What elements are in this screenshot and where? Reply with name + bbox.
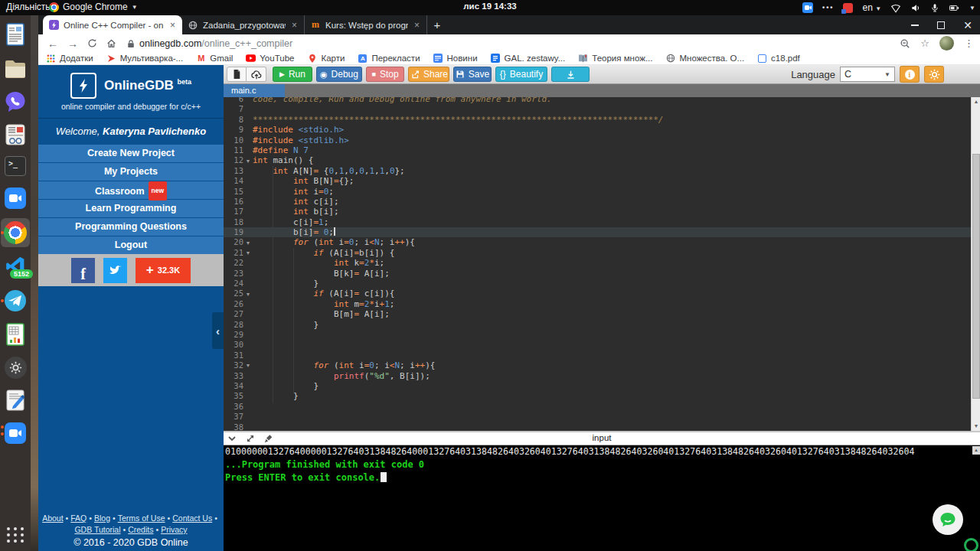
bookmark-item[interactable]: Новини	[433, 54, 478, 64]
bookmark-item[interactable]: Додатки	[46, 54, 93, 64]
bookmark-item[interactable]: YouTube	[246, 54, 294, 64]
save-button[interactable]: Save	[453, 67, 492, 82]
footer-link-terms-of-use[interactable]: Terms of Use	[118, 514, 165, 523]
close-button[interactable]: ✕	[963, 20, 972, 31]
browser-menu-icon[interactable]: ⋮	[964, 37, 974, 49]
bookmark-item[interactable]: GAL. zestawy...	[491, 54, 566, 64]
dock-zoom-icon-2[interactable]	[3, 421, 28, 445]
reload-icon[interactable]	[87, 38, 97, 48]
footer-link-credits[interactable]: Credits	[128, 525, 153, 534]
activities-button[interactable]: Діяльність	[6, 2, 51, 12]
footer-link-contact-us[interactable]: Contact Us	[172, 514, 212, 523]
profile-avatar[interactable]	[939, 36, 954, 51]
console-scroll-up-icon[interactable]: ▲	[972, 446, 980, 455]
fold-arrow-icon[interactable]: ▼	[243, 158, 253, 164]
clock[interactable]: лис 19 14:33	[463, 2, 516, 11]
tab-close-icon[interactable]: ×	[413, 20, 421, 31]
back-icon[interactable]: ←	[47, 38, 58, 49]
fold-arrow-icon[interactable]: ▼	[243, 240, 253, 246]
sidebar-item-my-projects[interactable]: My Projects	[38, 162, 224, 181]
footer-link-privacy[interactable]: Privacy	[161, 525, 187, 534]
forward-icon[interactable]: →	[67, 38, 78, 49]
microphone-icon[interactable]	[930, 3, 939, 13]
sidebar-collapse-button[interactable]: ‹	[212, 312, 224, 349]
language-select[interactable]: C▼	[840, 67, 895, 82]
twitter-button[interactable]	[103, 258, 127, 283]
bookmark-item[interactable]: Множества. О...	[665, 54, 744, 64]
beautify-button[interactable]: {}Beautify	[495, 67, 547, 82]
scrollbar-thumb[interactable]	[972, 154, 980, 399]
debug-button[interactable]: ◉Debug	[316, 67, 362, 82]
sidebar-item-logout[interactable]: Logout	[38, 236, 224, 254]
chevron-down-icon[interactable]: ▼	[969, 5, 975, 11]
more-apps-icon[interactable]: •••	[822, 4, 834, 11]
footer-link-gdb-tutorial[interactable]: GDB Tutorial	[74, 525, 120, 534]
browser-tab[interactable]: Online C++ Compiler - onlin×	[43, 15, 182, 34]
scroll-down-icon[interactable]: ▼	[972, 422, 980, 431]
share-button[interactable]: Share	[408, 67, 449, 82]
footer-link-blog[interactable]: Blog	[94, 514, 110, 523]
keyboard-layout[interactable]: en ▼	[862, 2, 881, 13]
new-tab-button[interactable]: +	[427, 15, 447, 34]
bookmark-item[interactable]: Мультиварка-...	[106, 54, 184, 64]
file-tab-main-c[interactable]: main.c	[224, 84, 285, 97]
fold-arrow-icon[interactable]: ▼	[243, 363, 253, 368]
footer-link-about[interactable]: About	[42, 514, 63, 523]
home-icon[interactable]	[106, 38, 116, 48]
dock-terminal-icon[interactable]: >_	[3, 154, 28, 178]
restore-button[interactable]	[937, 21, 945, 29]
minimize-button[interactable]	[911, 24, 919, 26]
dock-libreoffice-writer-icon[interactable]	[3, 22, 28, 47]
dock-settings-icon[interactable]	[3, 355, 28, 380]
sidebar-item-create-new-project[interactable]: Create New Project	[38, 144, 224, 162]
console-output[interactable]: ▲ 01000000132764000001327640313848264000…	[224, 445, 980, 551]
dock-libreoffice-calc-icon[interactable]	[3, 322, 28, 347]
run-button[interactable]: ▶Run	[273, 67, 312, 82]
upload-button[interactable]	[247, 67, 266, 82]
network-icon[interactable]	[890, 3, 901, 13]
page-zoom-icon[interactable]	[900, 38, 910, 49]
download-button[interactable]	[551, 67, 590, 82]
chat-widget-button[interactable]	[933, 504, 963, 535]
tab-close-icon[interactable]: ×	[168, 20, 177, 31]
browser-tab[interactable]: mKurs: Wstęp do programow×	[305, 15, 427, 34]
editor-scrollbar[interactable]: ▲ ▼	[971, 97, 980, 431]
url-box[interactable]: onlinegdb.com/online_c++_compiler	[127, 38, 292, 49]
footer-link-faq[interactable]: FAQ	[70, 514, 87, 523]
editor-settings-button[interactable]	[924, 66, 944, 83]
scroll-up-icon[interactable]: ▲	[972, 97, 980, 106]
dock-chrome-icon[interactable]	[3, 220, 28, 245]
google-plus-share-button[interactable]: +32.3K	[136, 258, 191, 283]
bookmark-item[interactable]: c18.pdf	[757, 54, 800, 64]
facebook-button[interactable]: f	[71, 258, 95, 283]
fold-arrow-icon[interactable]: ▼	[243, 250, 253, 256]
battery-icon[interactable]	[949, 3, 960, 12]
dock-telegram-icon[interactable]	[3, 289, 28, 313]
dock-zoom-icon[interactable]	[3, 186, 28, 210]
app-menu[interactable]: Google Chrome ▼	[49, 2, 138, 12]
sidebar-item-classroom[interactable]: Classroomnew	[38, 181, 224, 199]
bookmark-item[interactable]: AПерекласти	[358, 54, 420, 64]
recorder-tray-icon[interactable]	[843, 3, 853, 13]
browser-tab[interactable]: Zadania_przygotowawcze×	[182, 15, 305, 34]
bookmark-item[interactable]: Карти	[307, 54, 345, 64]
tab-close-icon[interactable]: ×	[290, 20, 299, 31]
new-file-button[interactable]	[227, 67, 247, 82]
bookmark-item[interactable]: MGmail	[196, 54, 233, 64]
bookmark-star-icon[interactable]: ☆	[920, 37, 929, 49]
sidebar-item-learn-programming[interactable]: Learn Programming	[38, 199, 224, 217]
sidebar-item-programming-questions[interactable]: Programming Questions	[38, 217, 224, 236]
bookmark-item[interactable]: Теория множ...	[578, 54, 652, 64]
dock-news-reader-icon[interactable]	[3, 122, 28, 147]
code-editor[interactable]: 6code, compile, Run and Debug online fro…	[224, 97, 980, 431]
dock-app-grid-icon[interactable]	[3, 523, 28, 547]
volume-icon[interactable]	[910, 3, 921, 13]
stop-button[interactable]: ■Stop	[366, 67, 404, 82]
dock-text-editor-icon[interactable]	[3, 388, 28, 412]
info-button[interactable]: i	[900, 66, 920, 83]
brand[interactable]: OnlineGDB beta	[38, 65, 224, 99]
fold-arrow-icon[interactable]: ▼	[243, 292, 253, 297]
chat-status-ring[interactable]	[964, 538, 978, 551]
dock-files-icon[interactable]	[3, 57, 28, 81]
dock-viber-icon[interactable]	[3, 90, 28, 114]
